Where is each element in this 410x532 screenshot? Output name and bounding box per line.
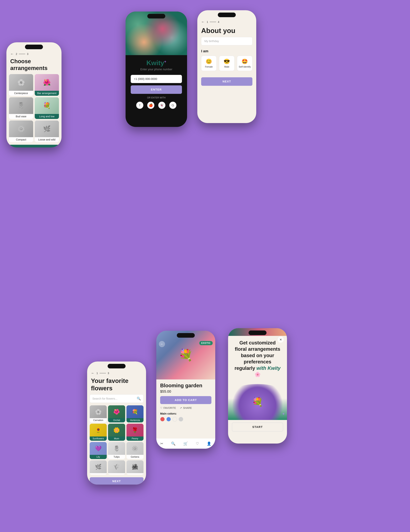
product-price: $55.00 — [160, 390, 211, 394]
phone-input[interactable]: +1 (000) 000-0000 — [131, 75, 182, 83]
phone-aboutyou: ← 1 4 About you My birthday I am 😊 Femal… — [197, 10, 256, 123]
search-icon-symbol: 🔍 — [137, 397, 141, 401]
flower-gerbera[interactable]: 🌼 Gerbera — [126, 442, 143, 459]
flower-label: Carnation — [90, 418, 107, 422]
flower-extra2[interactable]: 🌾 — [108, 460, 125, 475]
arrangements-title: Choose arrangements — [6, 58, 62, 74]
arrangement-bar[interactable]: 🌺 Bar arrangement — [35, 74, 59, 96]
flower-peony[interactable]: 🌹 Peony — [126, 424, 143, 441]
flower-lily[interactable]: 💜 Lily — [90, 442, 107, 459]
flower-label: Sunflowers — [90, 437, 107, 441]
back-button[interactable]: ← — [10, 52, 14, 56]
arrangement-longlow[interactable]: 💐 Long and low — [35, 97, 59, 119]
flowers-title: Your favorite flowers — [87, 377, 146, 394]
flower-label: Gerbera — [126, 455, 143, 459]
flower-orchid[interactable]: 🌺 Orchid — [108, 405, 125, 422]
gender-selfidentify[interactable]: 🤩 Self-identify — [237, 56, 252, 71]
search-icon[interactable]: 🔍 — [171, 441, 176, 446]
phone-notch — [25, 45, 43, 49]
arrangement-label: Loose and wild — [35, 137, 59, 142]
gender-female-label: Female — [205, 66, 213, 68]
aboutyou-next-button[interactable]: NEXT — [201, 77, 252, 86]
search-icon: Search for flowers... — [92, 397, 135, 400]
close-button[interactable]: × — [278, 336, 284, 343]
arrangement-label: Bud vase — [9, 114, 33, 119]
back-button[interactable]: ← — [91, 371, 94, 375]
product-content: Blooming garden $55.00 ADD TO CART ♡ FAV… — [156, 380, 215, 425]
color-blue[interactable] — [166, 417, 171, 421]
share-button[interactable]: ↗ SHARE — [180, 406, 192, 409]
cart-icon[interactable]: 🛒 — [183, 441, 188, 446]
arrangement-bud[interactable]: 🌷 Bud vase — [9, 97, 33, 119]
flower-label — [126, 473, 143, 475]
flower-tulips[interactable]: 🌷 Tulips — [108, 442, 125, 459]
flowers-search[interactable]: Search for flowers... 🔍 — [90, 394, 143, 403]
flower-extra1[interactable]: 🌿 — [90, 460, 107, 475]
gender-male[interactable]: 😎 Male — [219, 56, 234, 71]
app-logo: Kwity+ — [131, 59, 182, 67]
flower-extra3[interactable]: 🌺 — [126, 460, 143, 475]
heart-icon: ♡ — [160, 406, 162, 409]
colors-label: Main colors: — [160, 412, 211, 415]
share-label: SHARE — [183, 407, 192, 409]
flower-hortencia[interactable]: 💐 Hortencia — [126, 405, 143, 422]
favorite-button[interactable]: ♡ FAVORITE — [160, 406, 176, 409]
phone-notch — [108, 364, 126, 368]
flowers-grid: 🌸 Carnation 🌺 Orchid 💐 Hortencia 🌻 Sunfl… — [87, 405, 146, 475]
social-login-options: f 🍎 👻 G — [131, 102, 182, 109]
gender-options: 😊 Female 😎 Male 🤩 Self-identify — [197, 56, 256, 75]
color-cream[interactable] — [172, 417, 177, 421]
flowers-next-button[interactable]: NEXT — [90, 477, 143, 484]
profile-icon[interactable]: 👤 — [207, 441, 211, 446]
facebook-login[interactable]: f — [136, 102, 143, 109]
arrangement-centerpiece[interactable]: 🌸 Centerpiece — [9, 74, 33, 96]
arrangement-label: Centerpiece — [9, 91, 33, 96]
scissors-icon[interactable]: ✂ — [160, 441, 163, 446]
gender-female[interactable]: 😊 Female — [201, 56, 216, 71]
arrangements-next-button[interactable]: NEXT — [9, 145, 59, 147]
flower-label — [108, 473, 125, 475]
start-button[interactable]: START — [232, 423, 283, 431]
gender-selfidentify-label: Self-identify — [239, 66, 251, 68]
phone-notch — [147, 14, 165, 19]
product-image: 💐 ← EXOTIC — [156, 331, 215, 380]
phone-login: Kwity+ Enter your phone number +1 (000) … — [126, 11, 187, 127]
welcome-flower-emoji: 💐 — [252, 397, 263, 407]
flower-label — [90, 473, 107, 475]
flower-carnation[interactable]: 🌸 Carnation — [90, 405, 107, 422]
snapchat-login[interactable]: 👻 — [158, 102, 165, 109]
flower-label: Lily — [90, 455, 107, 459]
product-badge: EXOTIC — [199, 341, 213, 345]
color-gray[interactable] — [179, 417, 183, 421]
arrangement-label: Long and low — [35, 114, 59, 119]
add-to-cart-button[interactable]: ADD TO CART — [160, 396, 211, 404]
flower-mum[interactable]: 🌼 Mum — [108, 424, 125, 441]
welcome-headline: Get customized floral arrangements based… — [234, 340, 280, 378]
google-login[interactable]: G — [169, 102, 177, 109]
color-red[interactable] — [160, 417, 165, 421]
phone-welcome: × Get customized floral arrangements bas… — [228, 328, 287, 444]
step-indicator: 1 3 — [96, 372, 109, 375]
arrangement-loosewild[interactable]: 🌿 Loose and wild — [35, 121, 59, 142]
product-actions: ♡ FAVORITE ↗ SHARE — [160, 406, 211, 409]
apple-login[interactable]: 🍎 — [147, 102, 154, 109]
aboutyou-title: About you — [197, 27, 256, 37]
flower-label: Orchid — [108, 418, 125, 422]
enter-button[interactable]: ENTER — [131, 85, 182, 94]
product-navigation: ✂ 🔍 🛒 ♡ 👤 — [156, 438, 215, 449]
product-back-button[interactable]: ← — [159, 341, 165, 347]
wishlist-icon[interactable]: ♡ — [196, 441, 199, 446]
phone-product: 💐 ← EXOTIC Blooming garden $55.00 ADD TO… — [156, 331, 215, 449]
gender-male-label: Male — [224, 66, 229, 68]
phone-notch — [218, 13, 236, 17]
or-enter-with: OR ENTER WITH — [131, 96, 182, 99]
i-am-label: I am — [197, 49, 256, 56]
flower-label: Mum — [108, 437, 125, 441]
flower-label: Tulips — [108, 455, 125, 459]
welcome-content: Get customized floral arrangements based… — [228, 336, 287, 383]
birthday-input[interactable]: My birthday — [201, 37, 252, 45]
arrangement-compact[interactable]: 🌼 Compact — [9, 121, 33, 142]
back-button[interactable]: ← — [201, 20, 205, 24]
flower-sunflower[interactable]: 🌻 Sunflowers — [90, 424, 107, 441]
product-name: Blooming garden — [160, 383, 211, 389]
